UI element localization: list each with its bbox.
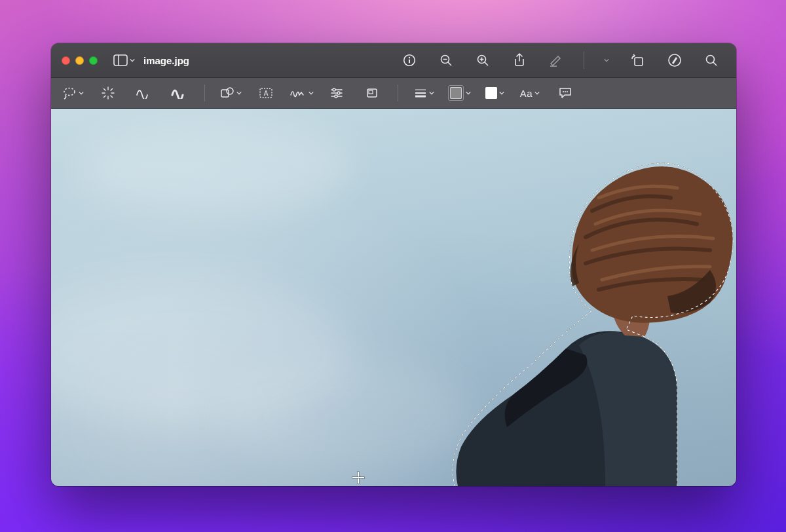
svg-point-33 <box>333 88 335 91</box>
toolbar-divider <box>398 85 398 102</box>
search-button[interactable] <box>696 48 727 72</box>
svg-point-17 <box>64 88 75 96</box>
chevron-down-icon <box>534 90 540 96</box>
highlight-menu-button[interactable] <box>596 48 617 72</box>
sign-tool[interactable] <box>285 83 318 104</box>
image-canvas[interactable] <box>51 109 736 486</box>
search-icon <box>705 54 718 67</box>
border-width-button[interactable] <box>407 83 440 104</box>
crosshair-cursor <box>352 472 364 484</box>
zoom-in-icon <box>476 54 489 67</box>
shapes-icon <box>220 86 234 100</box>
sidebar-toggle-button[interactable] <box>108 48 140 72</box>
sketch-icon <box>136 87 151 99</box>
sidebar-icon <box>113 54 128 66</box>
instant-alpha-tool[interactable] <box>92 83 124 104</box>
svg-point-34 <box>337 92 340 94</box>
info-icon <box>403 54 416 67</box>
svg-line-6 <box>448 62 451 66</box>
crop-icon <box>365 87 379 99</box>
crop-tool[interactable] <box>356 83 388 104</box>
sliders-icon <box>330 87 343 99</box>
svg-point-27 <box>227 88 233 94</box>
chevron-down-icon <box>236 90 242 96</box>
close-window-button[interactable] <box>62 56 70 65</box>
chevron-down-icon <box>499 90 504 96</box>
text-box-icon: A <box>259 87 273 99</box>
chevron-down-icon <box>79 90 84 96</box>
fill-color-button[interactable] <box>478 83 511 104</box>
zoom-out-icon <box>440 54 453 67</box>
fullscreen-window-button[interactable] <box>89 56 98 65</box>
zoom-in-button[interactable] <box>467 48 498 72</box>
speech-bubble-icon <box>558 86 572 100</box>
svg-point-3 <box>409 57 410 58</box>
svg-rect-4 <box>409 60 410 64</box>
svg-line-22 <box>104 89 106 91</box>
svg-text:A: A <box>264 90 269 97</box>
preview-window: image.jpg <box>51 43 736 486</box>
info-button[interactable] <box>394 48 425 72</box>
svg-point-41 <box>563 91 564 92</box>
svg-line-9 <box>485 62 488 66</box>
lasso-selection-tool[interactable] <box>56 83 89 104</box>
highlight-button[interactable] <box>540 48 572 72</box>
svg-point-35 <box>335 95 337 98</box>
rotate-left-icon <box>631 54 645 67</box>
svg-rect-13 <box>635 58 643 66</box>
border-color-swatch <box>448 85 464 101</box>
svg-point-42 <box>565 91 566 92</box>
markup-toggle-button[interactable] <box>659 48 690 72</box>
svg-point-43 <box>567 91 568 92</box>
toolbar-divider <box>584 52 584 69</box>
toolbar-divider <box>204 85 205 102</box>
line-weight-icon <box>414 88 427 98</box>
svg-line-16 <box>713 62 717 66</box>
titlebar: image.jpg <box>51 43 736 78</box>
markup-icon <box>667 53 682 67</box>
draw-tool[interactable] <box>162 83 195 104</box>
svg-rect-0 <box>114 55 127 66</box>
text-style-label: Aa <box>520 88 533 99</box>
signature-icon <box>290 87 307 99</box>
window-title: image.jpg <box>143 55 189 66</box>
chevron-down-icon <box>309 90 314 96</box>
border-color-button[interactable] <box>443 83 476 104</box>
image-subject <box>369 119 736 486</box>
annotate-button[interactable] <box>549 83 582 104</box>
instant-alpha-icon <box>101 86 115 100</box>
chevron-down-icon <box>429 90 434 96</box>
text-tool[interactable]: A <box>250 83 282 104</box>
share-icon <box>513 53 526 67</box>
fill-color-swatch <box>485 87 497 99</box>
chevron-down-icon <box>130 58 135 63</box>
highlight-icon <box>549 54 563 67</box>
rotate-button[interactable] <box>622 48 654 72</box>
draw-icon <box>171 87 187 99</box>
svg-line-24 <box>111 89 113 91</box>
share-button[interactable] <box>504 48 535 72</box>
chevron-down-icon <box>604 58 609 63</box>
shapes-tool[interactable] <box>214 83 247 104</box>
chevron-down-icon <box>466 90 471 96</box>
minimize-window-button[interactable] <box>75 56 84 65</box>
window-controls <box>62 56 98 65</box>
desktop-wallpaper: image.jpg <box>0 0 786 532</box>
sketch-tool[interactable] <box>127 83 160 104</box>
svg-line-25 <box>104 96 106 98</box>
svg-line-23 <box>111 96 113 98</box>
markup-toolbar: A <box>51 78 736 109</box>
text-style-button[interactable]: Aa <box>514 83 546 104</box>
zoom-out-button[interactable] <box>430 48 462 72</box>
svg-rect-37 <box>369 90 373 94</box>
svg-point-15 <box>707 56 715 64</box>
cloud-decoration <box>77 122 352 214</box>
lasso-icon <box>62 86 77 100</box>
adjust-color-tool[interactable] <box>320 83 353 104</box>
